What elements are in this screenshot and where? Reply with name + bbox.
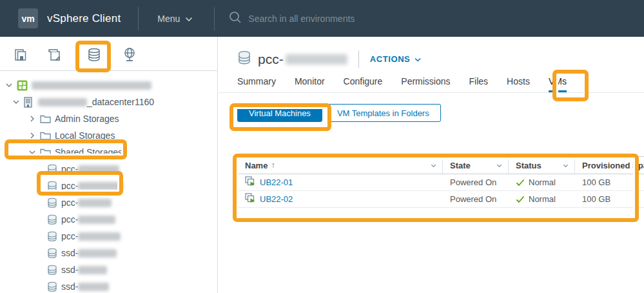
vm-status-cell: Normal bbox=[509, 191, 575, 207]
vm-templates-button[interactable]: VM Templates in Folders bbox=[326, 104, 441, 122]
chevron-down-icon bbox=[185, 14, 193, 24]
tree-item-datastore[interactable]: ssd- bbox=[0, 261, 217, 278]
column-header-name[interactable]: Name ↑ bbox=[238, 157, 443, 174]
virtual-machines-button[interactable]: Virtual Machines bbox=[237, 104, 322, 122]
chevron-right-icon[interactable] bbox=[27, 115, 37, 123]
vm-provisioned-cell: 100 GB bbox=[575, 174, 644, 190]
object-tabs: Summary Monitor Configure Permissions Fi… bbox=[219, 76, 644, 93]
redacted-datastore-name bbox=[78, 283, 109, 291]
tree-item-label: pcc- bbox=[61, 197, 78, 208]
vms-and-templates-icon[interactable] bbox=[46, 47, 62, 63]
datastore-icon bbox=[47, 281, 57, 292]
vm-status-cell: Normal bbox=[509, 174, 575, 190]
vm-name-link[interactable]: UB22-02 bbox=[260, 194, 293, 204]
redacted-datastore-name bbox=[78, 249, 117, 258]
chevron-down-icon[interactable] bbox=[4, 81, 14, 89]
topbar-divider bbox=[138, 7, 139, 30]
column-header-provisioned-space[interactable]: Provisioned Spac bbox=[575, 157, 644, 174]
menu-button[interactable]: Menu bbox=[157, 14, 193, 24]
tree-item-datastore[interactable]: pcc- bbox=[0, 161, 217, 177]
table-header-row: Name ↑ State Status Provisioned Spac bbox=[238, 157, 644, 174]
datastore-icon bbox=[47, 181, 57, 192]
table-row: UB22-01 Powered On Normal 100 GB bbox=[238, 174, 644, 191]
tree-item-label: pcc- bbox=[61, 231, 78, 241]
tab-summary[interactable]: Summary bbox=[237, 76, 276, 92]
vm-icon bbox=[245, 193, 255, 205]
vms-subtabs: Virtual Machines VM Templates in Folders bbox=[237, 104, 644, 122]
tree-item-label: pcc- bbox=[61, 214, 78, 225]
sort-ascending-icon: ↑ bbox=[271, 161, 275, 170]
chevron-down-icon[interactable] bbox=[27, 148, 37, 156]
datastore-icon bbox=[47, 214, 57, 225]
tree-item-datacenter[interactable]: _datacenter1160 bbox=[0, 94, 217, 110]
tree-item-label: pcc- bbox=[61, 164, 78, 174]
redacted-title-suffix bbox=[286, 54, 347, 65]
tab-monitor[interactable]: Monitor bbox=[295, 76, 325, 92]
column-header-state[interactable]: State bbox=[443, 157, 509, 174]
vm-state-cell: Powered On bbox=[443, 174, 509, 190]
hosts-and-clusters-icon[interactable] bbox=[13, 47, 28, 63]
datacenter-icon bbox=[24, 97, 34, 108]
column-header-status[interactable]: Status bbox=[509, 157, 575, 174]
vm-state-cell: Powered On bbox=[443, 191, 509, 207]
tab-permissions[interactable]: Permissions bbox=[401, 76, 450, 92]
object-header: pcc- ACTIONS bbox=[237, 50, 644, 68]
vmware-logo: vm bbox=[18, 8, 38, 28]
chevron-right-icon[interactable] bbox=[27, 132, 37, 139]
datastore-icon bbox=[47, 248, 57, 259]
tab-configure[interactable]: Configure bbox=[344, 76, 383, 92]
main-content: pcc- ACTIONS Summary Monitor Configure P… bbox=[219, 37, 644, 293]
tree-item-datastore[interactable]: ssd- bbox=[0, 278, 217, 293]
tree-item-label: pcc- bbox=[61, 181, 78, 191]
vcenter-icon bbox=[17, 80, 28, 91]
vm-table: Name ↑ State Status Provisioned Spac bbox=[237, 156, 644, 208]
vm-name-link[interactable]: UB22-01 bbox=[260, 177, 293, 187]
topbar-divider bbox=[214, 7, 215, 30]
tree-item-shared-storages[interactable]: Shared Storages bbox=[0, 144, 217, 161]
redacted-datastore-name bbox=[78, 216, 115, 224]
vm-provisioned-cell: 100 GB bbox=[575, 191, 644, 207]
tree-item-vcenter[interactable] bbox=[0, 77, 217, 94]
tab-vms[interactable]: VMs bbox=[549, 76, 567, 92]
top-bar: vm vSphere Client Menu Search in all env… bbox=[0, 0, 644, 37]
tree-item-label: Admin Storages bbox=[55, 114, 119, 124]
column-menu-icon[interactable] bbox=[430, 162, 437, 169]
actions-button[interactable]: ACTIONS bbox=[370, 54, 422, 64]
tab-files[interactable]: Files bbox=[469, 76, 489, 92]
datastore-icon bbox=[47, 231, 57, 242]
tree-item-label: ssd- bbox=[61, 265, 78, 275]
networking-icon[interactable] bbox=[122, 47, 137, 63]
tree-item-datastore-selected[interactable]: pcc- bbox=[0, 177, 217, 194]
app-title: vSphere Client bbox=[47, 12, 121, 25]
folder-icon bbox=[40, 148, 51, 157]
vm-icon bbox=[245, 176, 255, 188]
redacted-datastore-name bbox=[78, 232, 121, 241]
search-icon bbox=[228, 10, 242, 27]
column-menu-icon[interactable] bbox=[496, 162, 503, 169]
tree-item-datastore[interactable]: pcc- bbox=[0, 211, 217, 228]
chevron-down-icon bbox=[415, 54, 421, 64]
tree-item-datastore[interactable]: pcc- bbox=[0, 194, 217, 211]
column-menu-icon[interactable] bbox=[562, 162, 569, 169]
tree-item-admin-storages[interactable]: Admin Storages bbox=[0, 110, 217, 127]
tree-item-label: _datacenter1160 bbox=[87, 97, 154, 107]
redacted-datacenter-prefix bbox=[38, 98, 87, 106]
chevron-down-icon[interactable] bbox=[11, 98, 21, 106]
table-row: UB22-02 Powered On Normal 100 GB bbox=[238, 191, 644, 208]
tree-item-label: ssd- bbox=[61, 248, 78, 258]
inventory-tree: _datacenter1160 Admin Storages Local Sto… bbox=[0, 71, 217, 293]
redacted-datastore-name bbox=[78, 165, 119, 174]
tree-item-local-storages[interactable]: Local Storages bbox=[0, 127, 217, 144]
datastore-icon bbox=[47, 265, 57, 276]
redacted-datastore-name bbox=[78, 266, 107, 274]
tree-item-datastore[interactable]: pcc- bbox=[0, 228, 217, 245]
global-search[interactable]: Search in all environments bbox=[228, 10, 355, 27]
page-title: pcc- bbox=[258, 52, 284, 67]
datastore-icon bbox=[47, 164, 57, 175]
tab-hosts[interactable]: Hosts bbox=[507, 76, 530, 92]
datastore-icon bbox=[47, 197, 57, 208]
menu-label: Menu bbox=[157, 14, 180, 24]
tree-item-datastore[interactable]: ssd- bbox=[0, 245, 217, 261]
search-placeholder: Search in all environments bbox=[248, 14, 355, 24]
storage-icon[interactable] bbox=[86, 47, 102, 63]
